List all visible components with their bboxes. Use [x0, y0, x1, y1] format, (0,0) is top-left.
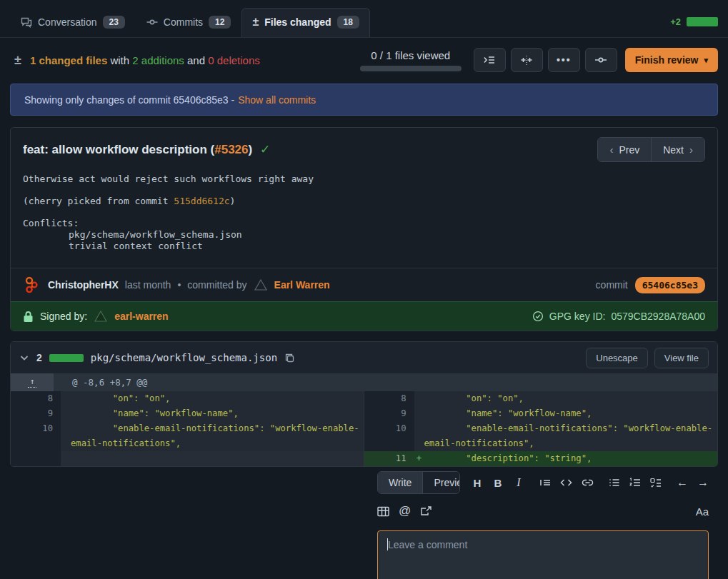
line-number[interactable]: 10 [11, 421, 61, 451]
commit-status-check-icon[interactable]: ✓ [260, 143, 270, 156]
editor-mode-tabs: Write Preview [377, 471, 460, 494]
diff-sign [414, 406, 424, 421]
unescape-button[interactable]: Unescape [586, 348, 648, 368]
numbered-list-icon[interactable] [629, 478, 641, 488]
diff-sign [61, 406, 71, 421]
signer-avatar[interactable] [94, 309, 108, 323]
code-line [71, 451, 364, 466]
line-number[interactable]: 10 [364, 421, 414, 451]
preview-tab[interactable]: Preview [423, 472, 460, 493]
more-options-button[interactable]: ••• [548, 48, 580, 72]
view-file-button[interactable]: View file [654, 348, 709, 368]
prev-commit-button[interactable]: ‹ Prev [598, 138, 651, 161]
next-commit-button[interactable]: Next › [651, 138, 704, 161]
prev-label: Prev [619, 144, 639, 156]
diff-row: 11+ "description": "string", [364, 451, 718, 466]
diff-layout-button[interactable] [511, 48, 543, 72]
finish-review-label: Finish review [635, 54, 699, 66]
collapse-file-icon[interactable] [19, 353, 29, 363]
mention-icon[interactable]: @ [399, 504, 411, 518]
table-icon[interactable] [377, 506, 389, 517]
commit-icon [146, 16, 158, 28]
file-diffstat-bar [49, 354, 84, 362]
redo-icon[interactable]: → [697, 476, 709, 489]
author-name[interactable]: ChristopherHX [48, 279, 119, 291]
commit-label: commit [596, 279, 628, 291]
code-line: "name": "workflow-name", [71, 406, 364, 421]
cherry-pick-commit-link[interactable]: 515dd6612c [174, 196, 229, 206]
file-change-count: 2 [36, 352, 42, 363]
commit-select-button[interactable] [585, 48, 617, 72]
reference-icon[interactable] [420, 506, 432, 517]
tab-commits-count: 12 [209, 16, 231, 29]
commit-message-line: Otherwise act would reject such workflow… [23, 173, 705, 185]
diff-sign [414, 391, 424, 406]
code-line: "name": "workflow-name", [424, 406, 718, 421]
finish-review-button[interactable]: Finish review ▾ [625, 48, 718, 72]
commit-details-box: feat: allow workflow description (#5326)… [10, 127, 718, 331]
expand-hunk-button[interactable]: ↑ [11, 373, 54, 391]
conflicts-label: Conflicts: [23, 218, 705, 229]
files-viewed-bar [360, 66, 462, 71]
code-icon[interactable] [560, 478, 572, 488]
tab-files-changed[interactable]: ± Files changed 18 [241, 8, 370, 37]
tab-commits[interactable]: Commits 12 [136, 8, 242, 36]
undo-icon[interactable]: ← [677, 476, 688, 489]
tab-files-changed-label: Files changed [264, 16, 331, 28]
bold-icon[interactable]: B [492, 477, 504, 489]
conflict-file: pkg/schema/workflow_schema.json [23, 229, 705, 241]
signed-by-label: Signed by: [40, 311, 87, 322]
gpg-key-label: GPG key ID: [549, 311, 606, 322]
committed-by-label: committed by [187, 279, 246, 291]
line-number[interactable]: 8 [11, 391, 61, 406]
commit-author-row: ChristopherHX last month • committed by … [11, 268, 717, 301]
font-toggle[interactable]: Aa [696, 505, 709, 518]
task-list-icon[interactable] [650, 478, 662, 488]
quote-icon[interactable] [539, 478, 551, 488]
tab-conversation[interactable]: Conversation 23 [10, 8, 136, 36]
lock-icon [23, 311, 34, 323]
commit-sha-badge[interactable]: 65406c85e3 [635, 277, 705, 293]
tab-files-changed-count: 18 [337, 16, 359, 29]
diffstat-bar [687, 17, 718, 26]
committer-avatar[interactable] [254, 278, 268, 292]
code-line: "enable-email-notifications": "workflow-… [424, 421, 718, 451]
write-tab[interactable]: Write [378, 472, 423, 493]
heading-icon[interactable]: H [472, 477, 483, 489]
additions-count: 2 additions [132, 54, 184, 66]
diff-pane-new: 8 "on": "on",9 "name": "workflow-name",1… [364, 391, 718, 466]
bullet-list-icon[interactable] [609, 478, 620, 488]
diff-row: 8 "on": "on", [11, 391, 364, 406]
diff-sign [414, 421, 424, 451]
show-all-commits-link[interactable]: Show all commits [238, 94, 316, 106]
tab-conversation-label: Conversation [38, 16, 97, 28]
tab-commits-label: Commits [164, 16, 203, 28]
file-diff-box: 2 pkg/schema/workflow_schema.json Unesca… [10, 341, 718, 467]
hunk-range: @ -8,6 +8,7 @@ [54, 373, 147, 391]
issue-link[interactable]: #5326 [214, 143, 248, 156]
comment-input[interactable] [377, 530, 709, 579]
expand-files-button[interactable] [474, 48, 506, 72]
code-line: "description": "string", [424, 451, 718, 466]
line-number[interactable]: 9 [364, 406, 414, 421]
line-number[interactable]: 9 [11, 406, 61, 421]
author-avatar[interactable] [23, 276, 41, 294]
diff-row: 10 "enable-email-notifications": "workfl… [364, 421, 718, 451]
commit-pager: ‹ Prev Next › [597, 137, 705, 162]
italic-icon[interactable]: I [513, 476, 524, 489]
link-icon[interactable] [582, 478, 594, 488]
committer-name[interactable]: Earl Warren [274, 279, 330, 291]
line-number[interactable]: 11 [364, 451, 414, 466]
copy-path-icon[interactable] [284, 353, 295, 363]
diffstat: +2 [670, 16, 718, 37]
signature-row: Signed by: earl-warren GPG key ID: 0579C… [11, 301, 717, 331]
chevron-left-icon: ‹ [609, 144, 613, 156]
code-line: "on": "on", [424, 391, 718, 406]
file-name[interactable]: pkg/schema/workflow_schema.json [91, 352, 277, 363]
summary-and: and [187, 54, 205, 66]
signer-name[interactable]: earl-warren [114, 311, 168, 322]
cherry-pick-line: (cherry picked from commit 515dd6612c) [23, 196, 705, 207]
diff-sign [61, 421, 71, 451]
hunk-header: ↑ @ -8,6 +8,7 @@ [11, 373, 717, 391]
line-number[interactable]: 8 [364, 391, 414, 406]
